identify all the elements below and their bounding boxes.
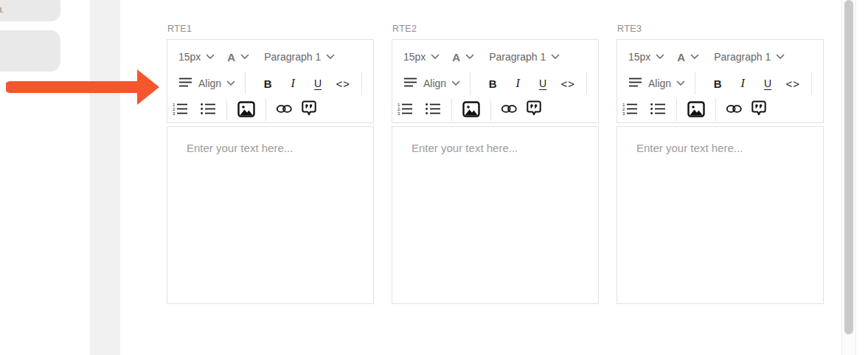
quote-icon [750,100,768,120]
font-color-dropdown[interactable]: A [227,51,249,63]
rte-toolbar: 15px A Paragraph 1 Align [392,39,599,123]
scrollbar-thumb[interactable] [844,0,853,334]
toolbar-row-3: 123 [167,97,373,123]
rte-label: RTE1 [167,24,192,34]
link-icon [501,104,518,116]
image-icon [237,101,255,120]
rte-toolbar: 15px A Paragraph 1 Align [167,39,374,123]
paragraph-format-value: Paragraph 1 [489,51,546,63]
paragraph-format-value: Paragraph 1 [264,51,321,63]
rte-content-area[interactable]: Enter your text here... [392,126,599,304]
bold-button[interactable]: B [705,77,730,90]
ordered-list-button[interactable]: 123 [395,102,415,118]
align-label: Align [198,77,221,89]
ordered-list-button[interactable]: 123 [619,102,640,118]
rte-placeholder: Enter your text here... [412,142,518,154]
rte-toolbar: 15px A Paragraph 1 Align [617,39,824,123]
align-dropdown[interactable]: Align [403,77,460,90]
toolbar-separator [265,99,266,121]
paragraph-format-value: Paragraph 1 [714,51,771,63]
toolbar-separator [490,99,491,121]
toolbar-separator [361,72,362,94]
align-left-icon [403,77,417,90]
font-size-value: 15px [403,51,426,63]
left-panel-item[interactable] [0,30,60,72]
font-size-dropdown[interactable]: 15px [628,51,664,63]
chevron-down-icon [776,54,785,60]
italic-button[interactable]: I [730,77,755,90]
blockquote-button[interactable] [299,100,319,120]
rte-widget-3: RTE3 15px A Paragraph 1 Ali [617,0,824,355]
insert-link-button[interactable] [724,104,743,116]
unordered-list-button[interactable] [647,102,668,118]
toolbar-separator [245,72,246,94]
image-icon [687,101,705,120]
page: l. RTE1 15px A Paragraph 1 [0,0,868,355]
svg-text:3: 3 [622,111,625,116]
italic-button[interactable]: I [505,77,530,90]
link-icon [726,104,743,116]
bold-button[interactable]: B [255,77,280,90]
code-button[interactable]: <> [780,77,805,90]
rte-label: RTE2 [392,24,417,34]
toolbar-row-2: Align B I U <> [167,70,373,97]
align-dropdown[interactable]: Align [628,77,685,90]
svg-text:3: 3 [173,111,176,116]
unordered-list-icon [200,102,216,118]
ordered-list-button[interactable]: 123 [170,102,190,118]
underline-button[interactable]: U [530,77,555,89]
paragraph-format-dropdown[interactable]: Paragraph 1 [489,51,560,63]
panel-divider-strip [90,0,120,355]
font-size-value: 15px [178,51,201,63]
blockquote-button[interactable] [524,100,544,120]
code-button[interactable]: <> [330,77,355,90]
paragraph-format-dropdown[interactable]: Paragraph 1 [264,51,335,63]
chevron-down-icon [465,54,474,60]
unordered-list-button[interactable] [423,102,443,118]
toolbar-row-1: 15px A Paragraph 1 [167,44,373,70]
font-size-dropdown[interactable]: 15px [178,51,215,63]
insert-image-button[interactable] [235,101,257,120]
font-size-dropdown[interactable]: 15px [403,51,440,63]
chevron-down-icon [431,54,440,60]
insert-link-button[interactable] [274,104,294,116]
insert-link-button[interactable] [499,104,518,116]
insert-image-button[interactable] [685,101,707,120]
toolbar-separator [715,99,716,121]
rte-content-area[interactable]: Enter your text here... [617,126,824,304]
toolbar-row-3: 123 [617,97,823,123]
code-button[interactable]: <> [555,77,580,90]
font-color-dropdown[interactable]: A [677,51,699,63]
scrollbar-track[interactable] [841,0,856,355]
toolbar-row-2: Align B I U <> [392,70,598,97]
rte-label: RTE3 [617,24,642,34]
bold-button[interactable]: B [480,77,505,90]
chevron-down-icon [676,80,685,86]
toolbar-separator [226,99,227,121]
ordered-list-icon: 123 [622,102,638,118]
chevron-down-icon [326,54,335,60]
chevron-down-icon [656,54,664,60]
blockquote-button[interactable] [749,100,768,120]
image-icon [462,101,480,120]
toolbar-separator [676,99,677,121]
align-left-icon [628,77,642,90]
font-color-dropdown[interactable]: A [452,51,474,63]
underline-button[interactable]: U [755,77,780,89]
left-panel-item[interactable] [0,0,60,21]
align-dropdown[interactable]: Align [178,77,235,90]
rte-placeholder: Enter your text here... [636,142,743,154]
paragraph-format-dropdown[interactable]: Paragraph 1 [714,51,785,63]
unordered-list-icon [425,102,441,118]
insert-image-button[interactable] [460,101,482,120]
toolbar-row-3: 123 [392,97,598,123]
unordered-list-button[interactable] [198,102,218,118]
chevron-down-icon [240,54,249,60]
rte-content-area[interactable]: Enter your text here... [167,126,374,304]
toolbar-row-1: 15px A Paragraph 1 [617,44,823,70]
underline-button[interactable]: U [305,77,330,89]
toolbar-row-2: Align B I U <> [617,70,823,97]
rte-widget-2: RTE2 15px A Paragraph 1 Ali [392,0,599,355]
italic-button[interactable]: I [280,77,305,90]
toolbar-separator [695,72,695,94]
